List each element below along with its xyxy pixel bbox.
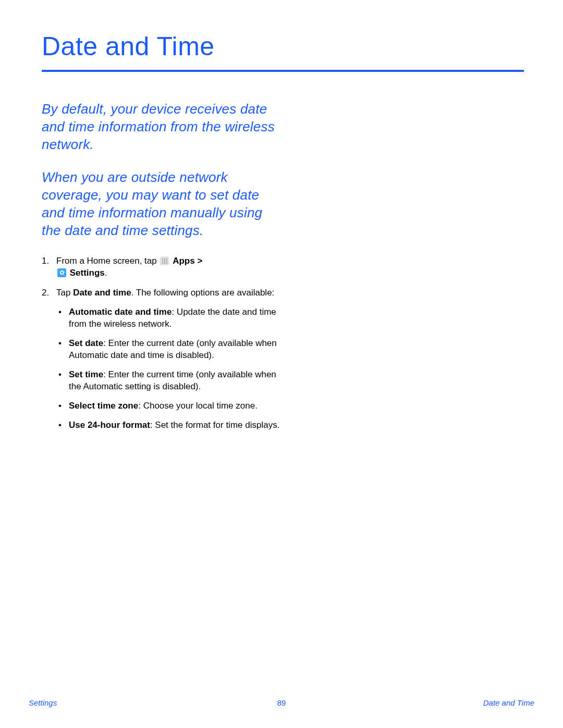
- option-label: Set date: [69, 338, 103, 348]
- list-item: Set date: Enter the current date (only a…: [56, 338, 287, 362]
- apps-icon: [160, 256, 169, 265]
- list-item: Set time: Enter the current time (only a…: [56, 369, 287, 393]
- option-label: Use 24-hour format: [69, 420, 150, 430]
- page-footer: Settings 89 Date and Time: [0, 698, 563, 707]
- step-1-text-prefix: From a Home screen, tap: [56, 256, 159, 266]
- title-rule: [42, 70, 524, 72]
- footer-page-number: 89: [277, 698, 286, 707]
- option-desc: : Choose your local time zone.: [138, 401, 258, 411]
- list-item: Use 24-hour format: Set the format for t…: [56, 419, 287, 431]
- steps-list: From a Home screen, tap Apps > Settings.…: [42, 255, 287, 431]
- options-list: Automatic date and time: Update the date…: [56, 306, 287, 431]
- step-2: Tap Date and time. The following options…: [42, 287, 287, 431]
- step-1-settings-label: Settings: [70, 268, 105, 278]
- intro-paragraph-1: By default, your device receives date an…: [42, 101, 276, 153]
- step-2-text-prefix: Tap: [56, 288, 73, 298]
- footer-right: Date and Time: [483, 698, 534, 707]
- step-2-bold: Date and time: [73, 288, 131, 298]
- option-desc: : Set the format for time displays.: [150, 420, 279, 430]
- footer-left: Settings: [29, 698, 57, 707]
- option-label: Select time zone: [69, 401, 138, 411]
- list-item: Automatic date and time: Update the date…: [56, 306, 287, 330]
- list-item: Select time zone: Choose your local time…: [56, 400, 287, 412]
- step-1-apps-label: Apps >: [173, 256, 202, 266]
- option-label: Automatic date and time: [69, 307, 172, 317]
- option-label: Set time: [69, 369, 103, 379]
- settings-icon: [57, 268, 66, 277]
- step-2-text-suffix: . The following options are available:: [131, 288, 275, 298]
- intro-paragraph-2: When you are outside network coverage, y…: [42, 169, 276, 239]
- step-1: From a Home screen, tap Apps > Settings.: [42, 255, 287, 279]
- step-1-text-suffix: .: [105, 268, 107, 278]
- page-title: Date and Time: [42, 31, 524, 70]
